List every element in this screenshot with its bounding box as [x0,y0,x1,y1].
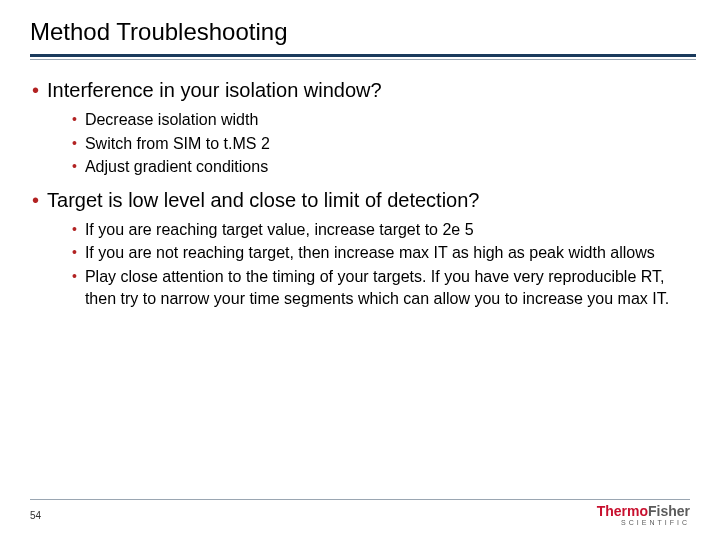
list-item-text: If you are not reaching target, then inc… [85,242,696,264]
bullet-icon: • [72,109,77,130]
list-item: • Decrease isolation width [72,109,696,131]
footer-row: 54 ThermoFisher SCIENTIFIC [30,504,690,526]
page-number: 54 [30,510,41,521]
logo-sub-text: SCIENTIFIC [621,519,690,526]
bullet-icon: • [72,266,77,287]
title-rule-dark [30,54,696,57]
section-heading-text: Target is low level and close to limit o… [47,188,479,213]
list-item: • Switch from SIM to t.MS 2 [72,133,696,155]
list-item: • Play close attention to the timing of … [72,266,696,309]
bullet-icon: • [72,156,77,177]
section-heading-text: Interference in your isolation window? [47,78,382,103]
logo-top: ThermoFisher [597,504,690,518]
bullet-icon: • [72,219,77,240]
section-heading: • Target is low level and close to limit… [32,188,696,213]
list-item-text: Decrease isolation width [85,109,696,131]
list-item-text: Adjust gradient conditions [85,156,696,178]
sub-list: • If you are reaching target value, incr… [32,219,696,309]
logo-fisher-text: Fisher [648,503,690,519]
list-item: • If you are reaching target value, incr… [72,219,696,241]
footer-rule [30,499,690,500]
slide-title: Method Troubleshooting [30,18,696,46]
content-area: • Interference in your isolation window?… [30,78,696,309]
footer: 54 ThermoFisher SCIENTIFIC [0,499,720,526]
slide: Method Troubleshooting • Interference in… [0,0,720,540]
bullet-icon: • [32,78,39,103]
list-item: • If you are not reaching target, then i… [72,242,696,264]
list-item-text: If you are reaching target value, increa… [85,219,696,241]
title-rule-light [30,59,696,60]
thermofisher-logo: ThermoFisher SCIENTIFIC [597,504,690,526]
list-item-text: Play close attention to the timing of yo… [85,266,696,309]
bullet-icon: • [72,133,77,154]
bullet-icon: • [32,188,39,213]
bullet-icon: • [72,242,77,263]
logo-thermo-text: Thermo [597,503,648,519]
list-item-text: Switch from SIM to t.MS 2 [85,133,696,155]
sub-list: • Decrease isolation width • Switch from… [32,109,696,178]
list-item: • Adjust gradient conditions [72,156,696,178]
section-heading: • Interference in your isolation window? [32,78,696,103]
